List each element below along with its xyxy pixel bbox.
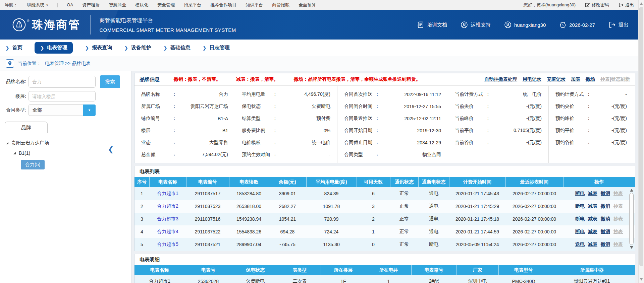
table-scrollbar[interactable] [629, 188, 634, 250]
info-column-contract: 合同首次推送2022-09-16 11:12 合同闭合时间2019-12-27 … [337, 86, 448, 163]
sidebar-collapse-icon[interactable]: ❮ [108, 145, 114, 153]
table-row: 5 合力超市5 2911037521 2899907.04 -745.75 11… [135, 238, 635, 251]
info-label: 电价模板 [242, 140, 273, 146]
add-meter-link[interactable]: 加表 [571, 76, 580, 82]
recharge-record-link[interactable]: 充值记录 [547, 76, 566, 82]
topbar-menu-security[interactable]: 安全管理 [157, 2, 175, 8]
topbar-menu-modular[interactable]: 模块化 [135, 2, 148, 8]
cancel-link[interactable]: 撤消 [601, 191, 610, 196]
power-off-link[interactable]: 断电 [575, 229, 585, 234]
tab-log-management[interactable]: ❯日志管理 [203, 45, 230, 51]
meter-name-link[interactable]: 合力超市5 [157, 241, 178, 247]
header-logout-link[interactable]: 退出 [608, 21, 629, 28]
ops-support-label: 运维支持 [471, 22, 491, 28]
topbar-menu-smart-business[interactable]: 智慧商业 [109, 2, 126, 8]
info-value: 大型零售 [209, 140, 228, 146]
meter-name-link[interactable]: 合力超市1 [157, 191, 178, 196]
search-button[interactable]: 搜索 [100, 75, 120, 88]
auto-meter-removal-link[interactable]: 自动挂撤表处理 [484, 76, 517, 82]
meter-list-panel: 电表列表 序号 电表名称 电表编号 电表读数 余额(元) 平均用电量(度) 可用… [134, 166, 635, 251]
info-label: 合同截止日期 [344, 140, 375, 146]
logout-icon [608, 21, 616, 28]
topbar-menu-budget[interactable]: 全面预算 [299, 2, 316, 8]
topbar-menu-expense[interactable]: 商管报账 [272, 2, 289, 8]
withdraw-link[interactable]: 撤场 [586, 76, 595, 82]
chevron-right-icon: ❯ [203, 45, 207, 51]
scroll-down-icon[interactable] [640, 278, 643, 281]
change-password-link[interactable]: 修改密码 [585, 2, 609, 8]
topbar-menu-knowledge[interactable]: 知识平台 [246, 2, 263, 8]
remove-meter-link[interactable]: 减表 [588, 229, 597, 234]
read-meter-link: 抄表 [613, 241, 623, 247]
power-off-link[interactable]: 断电 [575, 216, 585, 221]
table-row: 3 合力超市3 2911037516 1549238.94 1054.21 72… [135, 213, 635, 225]
tab-basic-info[interactable]: ❯基础信息 [163, 45, 191, 51]
tree-node-brand-selected[interactable]: 合力(5) [21, 160, 131, 169]
info-value: 2019-12-27 15:55 [404, 104, 441, 109]
warning-text: 撤场：品牌所有电表撤表，清零，余额生成账单推送到租赁。 [294, 76, 421, 82]
info-value: 预付费 [316, 116, 330, 122]
remove-meter-link[interactable]: 减表 [588, 216, 597, 221]
tree-node-label: B1(1) [19, 150, 30, 156]
ops-support-link[interactable]: 运维支持 [461, 21, 491, 28]
remove-meter-link[interactable]: 减表 [588, 241, 597, 247]
scrollbar-thumb[interactable] [639, 7, 643, 266]
floor-input[interactable] [29, 91, 96, 101]
tab-device-maintenance[interactable]: ❯设备维护 [124, 45, 151, 51]
main: 品牌信息 撤销：撤表，不清零。 减表：撤表，清零。 撤场：品牌所有电表撤表，清零… [131, 71, 644, 283]
header-links: 培训文档 运维支持 huangxiang30 2026-02-27 退出 [417, 21, 629, 28]
info-value: - [625, 92, 627, 97]
topbar-menu-cooperation[interactable]: 推荐合作项目 [210, 2, 236, 8]
cancel-link[interactable]: 撤消 [601, 229, 610, 234]
cancel-link[interactable]: 撤消 [601, 203, 610, 209]
col-last-reading: 最近抄表时间 [505, 177, 563, 187]
info-label: 楼层 [141, 128, 172, 134]
power-off-link[interactable]: 断电 [575, 203, 585, 209]
scroll-up-icon[interactable] [630, 189, 633, 192]
topbar-menu-procurement[interactable]: 招采平台 [184, 2, 201, 8]
usage-record-link[interactable]: 用电记录 [523, 76, 541, 82]
contract-type-select[interactable]: 全部 ▼ [29, 104, 96, 116]
meter-name-link[interactable]: 合力超市4 [157, 229, 178, 234]
col-meter-no: 电表编号 [186, 177, 229, 187]
info-value: 2034-12-29 [417, 140, 441, 145]
info-label: 结算类型 [242, 116, 273, 122]
account-menu[interactable]: huangxiang30 [504, 21, 546, 28]
training-docs-link[interactable]: 培训文档 [417, 21, 447, 28]
info-label: 所属广场 [141, 103, 172, 110]
divider [57, 3, 58, 7]
tab-meter-management[interactable]: ❯电表管理 [35, 42, 73, 54]
tab-report-query[interactable]: ❯报表查询 [85, 45, 112, 51]
topbar-logout-link[interactable]: 退出 [619, 2, 634, 8]
registered-mark: ® [27, 19, 29, 23]
scrollbar-thumb[interactable] [629, 193, 634, 245]
cancel-link[interactable]: 撤消 [601, 241, 610, 247]
meter-name-link[interactable]: 合力超市3 [157, 216, 178, 221]
table-row: 1 合力超市1 2911037517 1853284.80 3909.01 82… [135, 187, 635, 200]
info-label: 合同开始日期 [344, 128, 375, 134]
scroll-up-icon[interactable] [640, 2, 643, 5]
info-value: -(元/度) [526, 116, 542, 122]
remove-meter-link[interactable]: 减表 [588, 191, 597, 196]
col-meter-name: 电表名称 [149, 177, 186, 187]
remove-meter-link[interactable]: 减表 [588, 203, 597, 209]
topbar-menu-function-system[interactable]: 职能系统 ∨ [27, 2, 48, 8]
tab-brand[interactable]: 品牌 [5, 122, 48, 133]
power-on-link[interactable]: 送电 [575, 241, 585, 247]
cancel-link[interactable]: 撤消 [601, 216, 610, 221]
topbar-menu-oa[interactable]: OA [67, 2, 73, 7]
tab-home[interactable]: ❯首页 [5, 45, 22, 51]
info-label: 合同最近推送 [344, 116, 375, 122]
info-label: 预约谷价 [555, 140, 586, 146]
scroll-down-icon[interactable] [630, 246, 633, 249]
meter-name-link[interactable]: 合力超市2 [157, 203, 178, 209]
info-label: 合同类型 [344, 152, 375, 158]
topbar-menu-asset-leasing[interactable]: 资产租赁 [82, 2, 100, 8]
page-scrollbar[interactable] [638, 0, 644, 283]
brand-name-input[interactable] [29, 76, 96, 88]
tree-node-label: 贵阳云岩万达广场 [11, 140, 49, 146]
logout-icon [619, 2, 624, 7]
tree-expand-icon [6, 142, 8, 144]
power-off-link[interactable]: 断电 [575, 191, 585, 196]
col-avg-usage: 平均用电量(度) [306, 177, 357, 187]
